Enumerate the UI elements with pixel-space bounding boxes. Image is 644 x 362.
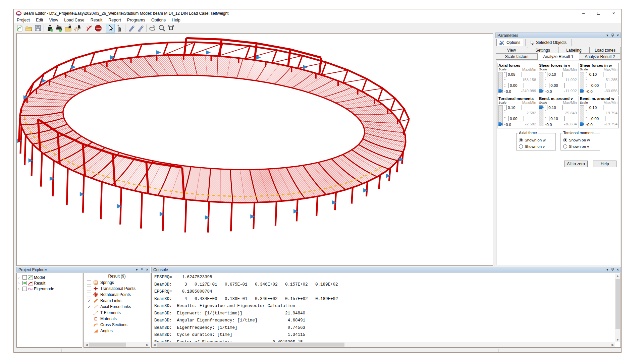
scale-max-input[interactable] — [506, 72, 522, 77]
scale-max-input[interactable] — [588, 105, 603, 110]
help-button[interactable]: Help — [593, 161, 616, 167]
scale-slider[interactable] — [580, 105, 584, 126]
list-item-springs[interactable]: Springs — [84, 280, 150, 286]
scale-min-input[interactable] — [549, 116, 565, 121]
menu-edit[interactable]: Edit — [33, 17, 46, 23]
angles-checkbox[interactable] — [87, 329, 91, 333]
scale-slider[interactable] — [498, 105, 503, 126]
expand-icon[interactable]: › — [18, 286, 21, 291]
fit-view-button[interactable] — [166, 24, 175, 33]
pan-tool-button[interactable]: + — [115, 24, 124, 33]
list-item-t-elements[interactable]: T-Elements — [84, 310, 150, 316]
pin-icon[interactable] — [141, 268, 144, 272]
list-item-cross-sections[interactable]: Cross Sections — [84, 322, 150, 328]
scale-min-input[interactable] — [590, 116, 605, 121]
stop-button[interactable]: STOP — [94, 24, 103, 33]
close-button[interactable]: × — [606, 9, 621, 17]
scroll-right-icon[interactable]: ▶ — [610, 343, 615, 347]
menu-programs[interactable]: Programs — [124, 17, 148, 23]
list-horizontal-scrollbar[interactable]: ◀ ▶ — [84, 342, 150, 347]
dropdown-icon[interactable]: ▾ — [136, 268, 138, 272]
scrollbar-thumb[interactable] — [157, 343, 344, 347]
scroll-up-icon[interactable]: ▲ — [615, 274, 620, 278]
open-project-button[interactable] — [24, 24, 33, 33]
expand-icon[interactable]: › — [18, 275, 21, 280]
new-model-button[interactable] — [15, 24, 24, 33]
radio-icon[interactable] — [519, 138, 523, 142]
scrollbar-thumb[interactable] — [89, 343, 126, 347]
scroll-down-icon[interactable]: ▼ — [615, 338, 620, 342]
materials-checkbox[interactable] — [87, 317, 91, 321]
tab-load-zones[interactable]: Load zones — [589, 47, 621, 53]
scale-min-input[interactable] — [590, 83, 605, 88]
console-title-bar[interactable]: Console ▾ × — [151, 267, 621, 273]
new-load-case-button[interactable] — [45, 24, 54, 33]
draw-beam-alt-button[interactable] — [136, 24, 145, 33]
console-horizontal-scrollbar[interactable]: ◀ ▶ — [152, 342, 615, 347]
result-checkbox[interactable] — [22, 281, 27, 285]
tab-settings[interactable]: Settings — [527, 47, 558, 53]
torsional-shown-on-w[interactable]: Shown on w — [563, 137, 600, 143]
model-checkbox[interactable] — [22, 275, 27, 280]
menu-view[interactable]: View — [46, 17, 61, 23]
radio-icon[interactable] — [563, 144, 567, 148]
viewport-3d[interactable] — [16, 33, 493, 266]
scale-slider[interactable] — [539, 105, 543, 126]
list-item-materials[interactable]: E Materials — [84, 316, 150, 322]
save-button[interactable] — [33, 24, 42, 33]
pin-icon[interactable] — [611, 268, 614, 272]
axial-shown-on-v[interactable]: Shown on v — [519, 143, 555, 149]
scale-max-input[interactable] — [588, 72, 603, 77]
close-panel-icon[interactable]: × — [617, 268, 619, 272]
console-vertical-scrollbar[interactable]: ▲ ▼ — [615, 274, 620, 342]
menu-load-case[interactable]: Load Case — [61, 17, 87, 23]
scale-slider[interactable] — [539, 72, 543, 93]
list-item-angles[interactable]: Angles — [84, 328, 150, 334]
tree-item-result[interactable]: › Result — [17, 280, 82, 286]
list-item-rotational-points[interactable]: Rotational Points — [84, 292, 150, 298]
tab-scale-factors[interactable]: Scale factors — [496, 53, 538, 60]
rotational-checkbox[interactable] — [87, 293, 91, 297]
open-load-case-button[interactable] — [63, 24, 72, 33]
menu-options[interactable]: Options — [148, 17, 169, 23]
slider-thumb[interactable] — [498, 122, 503, 126]
scroll-left-icon[interactable]: ◀ — [84, 343, 89, 347]
selected-objects-button[interactable]: Selected Objects — [528, 39, 569, 46]
list-item-axial-force-links[interactable]: Axial Force Links — [84, 304, 150, 310]
menu-report[interactable]: Report — [105, 17, 124, 23]
beam-links-checkbox[interactable] — [87, 299, 91, 303]
calculate-button[interactable] — [85, 24, 94, 33]
tab-analyze-result-1[interactable]: Analyze Result 1 — [537, 53, 579, 60]
maximize-button[interactable] — [591, 9, 606, 17]
scale-min-input[interactable] — [508, 116, 524, 121]
draw-beam-button[interactable] — [127, 24, 136, 33]
scale-slider[interactable] — [580, 72, 584, 93]
pin-icon[interactable] — [611, 34, 614, 37]
t-elements-checkbox[interactable] — [87, 311, 91, 315]
scroll-left-icon[interactable]: ◀ — [152, 343, 157, 347]
tab-analyze-result-2[interactable]: Analyze Result 2 — [579, 53, 621, 60]
scale-min-input[interactable] — [508, 83, 524, 88]
dropdown-icon[interactable]: ▾ — [606, 34, 608, 37]
scale-min-input[interactable] — [549, 83, 565, 88]
scrollbar-thumb[interactable] — [615, 279, 620, 329]
tree-item-eigenmode[interactable]: › Eigenmode — [17, 286, 82, 292]
slider-thumb[interactable] — [580, 89, 585, 93]
cross-sections-checkbox[interactable] — [87, 323, 91, 327]
options-button[interactable]: Options — [496, 39, 523, 46]
radio-icon[interactable] — [519, 144, 523, 148]
slider-thumb[interactable] — [539, 106, 544, 109]
all-to-zero-button[interactable]: All to zero — [564, 161, 588, 167]
tree-item-model[interactable]: › Model — [17, 275, 82, 280]
load-settings-button[interactable] — [72, 24, 82, 33]
list-item-translational-points[interactable]: Translational Points — [84, 286, 150, 292]
zoom-tool-button[interactable] — [157, 24, 166, 33]
menu-project[interactable]: Project — [14, 17, 33, 23]
axial-force-links-checkbox[interactable] — [87, 305, 91, 309]
scale-slider[interactable] — [498, 72, 503, 93]
load-case-manager-button[interactable] — [54, 24, 63, 33]
close-panel-icon[interactable]: × — [146, 268, 148, 272]
scale-max-input[interactable] — [547, 105, 562, 110]
torsional-shown-on-v[interactable]: Shown on v — [563, 143, 600, 149]
eigenmode-checkbox[interactable] — [22, 287, 27, 291]
